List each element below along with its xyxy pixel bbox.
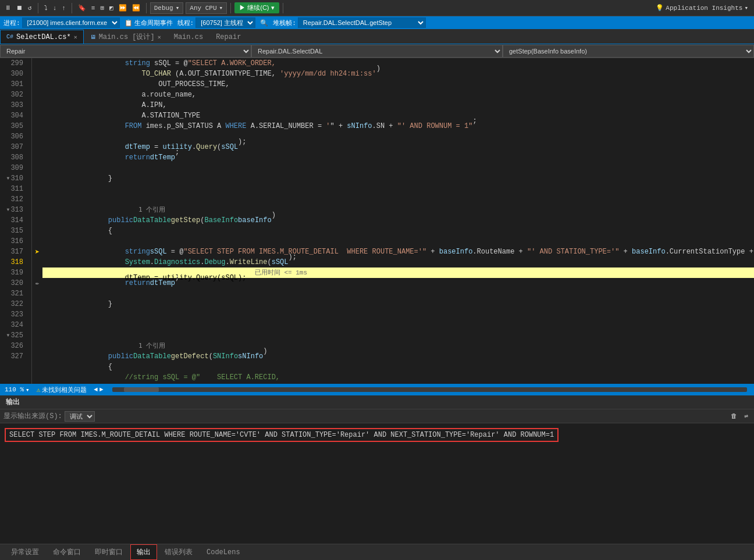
pencil-indicator: ✏ (32, 278, 42, 288)
left-arrow[interactable]: ◄ (94, 386, 98, 393)
tab-main-design[interactable]: 🖥 Main.cs [设计] ✕ (84, 30, 168, 44)
zoom-value: 110 % (5, 386, 24, 393)
tab-repair[interactable]: Repair (209, 30, 247, 44)
misc-btn1[interactable]: ≡ (89, 3, 98, 13)
code-line-324 (42, 330, 754, 341)
line-312: 312 (0, 194, 27, 205)
misc-btn4[interactable]: ⏩ (116, 3, 129, 13)
meta-line-313: 1 个引用 (42, 205, 754, 215)
code-line-316: string sSQL = @"SELECT STEP FROM IMES.M_… (42, 247, 754, 257)
scroll-arrows-item[interactable]: ◄ ► (94, 386, 103, 393)
lightbulb-icon: 💡 (656, 4, 664, 12)
step-out-btn[interactable]: ↑ (59, 3, 68, 13)
continue-button[interactable]: ▶ 继续(C) ▾ (234, 2, 279, 13)
code-line-307: dtTemp = utility.Query(sSQL); (42, 142, 754, 152)
tab-label-repair: Repair (216, 33, 241, 41)
misc-btn2[interactable]: ⊞ (98, 3, 106, 13)
code-line-314: { (42, 226, 754, 236)
line-319: 319 (0, 267, 27, 278)
output-title: 输出 (6, 397, 20, 407)
method-dropdown[interactable]: getStep(BaseInfo baseInfo) (503, 45, 754, 58)
misc-btn5[interactable]: ⏪ (130, 3, 143, 13)
line-314: 314 (0, 215, 27, 226)
tab-close-selectdal[interactable]: ✕ (74, 34, 77, 41)
misc-btn3[interactable]: ◩ (107, 3, 116, 13)
thread-dropdown[interactable]: [60752] 主线程 (195, 17, 255, 28)
h-scroll-thumb[interactable] (124, 387, 159, 392)
debug-arrow: ▾ (176, 4, 180, 12)
code-line-320 (42, 288, 754, 299)
line-301: 301 (0, 79, 27, 90)
right-arrow[interactable]: ► (99, 386, 104, 393)
toolbar-nav-group: ⤵ ↓ ↑ (42, 3, 68, 13)
step-into-btn[interactable]: ↓ (51, 3, 59, 13)
tab-exception-settings[interactable]: 异常设置 (5, 544, 45, 560)
stack-label: 堆栈帧: (273, 19, 296, 27)
code-line-325: public DataTable getDefect(SNInfo sNInfo… (42, 351, 754, 362)
warning-text: 未找到相关问题 (42, 386, 87, 394)
filter-icon: 🔍 (260, 19, 268, 27)
line-310: ▼310 (0, 173, 27, 184)
class-dropdown[interactable]: Repair (0, 45, 251, 58)
code-line-299: string sSQL = @"SELECT A.WORK_ORDER, (42, 58, 754, 69)
cpu-arrow: ▾ (219, 4, 223, 12)
bottom-tabs: 异常设置 命令窗口 即时窗口 输出 错误列表 CodeLens (0, 544, 754, 560)
line-317: 317 (0, 247, 27, 257)
toolbar-left-group: ⏸ ⏹ ↺ (2, 3, 34, 13)
cpu-dropdown[interactable]: Any CPU ▾ (186, 2, 227, 14)
tab-output[interactable]: 输出 (130, 544, 157, 560)
zoom-control[interactable]: 110 % ▾ (5, 386, 30, 394)
tab-bar: C# SelectDAL.cs* ✕ 🖥 Main.cs [设计] ✕ Main… (0, 29, 754, 44)
tab-close-main-design[interactable]: ✕ (158, 34, 161, 41)
filter-item: 🔍 (260, 19, 268, 27)
namespace-dropdown[interactable]: Repair.DAL.SelectDAL (251, 45, 503, 58)
line-300: 300 (0, 69, 27, 79)
output-content: SELECT STEP FROM IMES.M_ROUTE_DETAIL WHE… (0, 423, 754, 458)
line-308: 308 (0, 152, 27, 163)
debug-config-dropdown[interactable]: Debug ▾ (150, 2, 184, 14)
sql-text: SELECT STEP FROM IMES.M_ROUTE_DETAIL WHE… (5, 428, 559, 442)
output-toolbar: 显示输出来源(S): 调试 🗑 ⇌ (0, 409, 754, 423)
code-line-310: } (42, 173, 754, 184)
zoom-arrow: ▾ (26, 386, 30, 394)
lifecycle-item: 📋 生命周期事件 (125, 19, 173, 27)
code-line-304: A.STATION_TYPE (42, 110, 754, 121)
h-scrollbar[interactable] (112, 387, 747, 392)
restart-btn[interactable]: ↺ (26, 3, 34, 13)
process-label: 进程: (3, 19, 20, 27)
process-dropdown[interactable]: [21000] imes.client.form.exe (22, 17, 120, 28)
tab-command-window[interactable]: 命令窗口 (47, 544, 87, 560)
code-area[interactable]: string sSQL = @"SELECT A.WORK_ORDER, TO_… (42, 58, 754, 384)
pause-btn[interactable]: ⏸ (2, 3, 13, 13)
code-line-315 (42, 236, 754, 247)
meta-line-325: 1 个引用 (42, 341, 754, 351)
app-insights-arrow: ▾ (744, 4, 748, 12)
tab-immediate-window[interactable]: 即时窗口 (88, 544, 129, 560)
code-line-312 (42, 194, 754, 205)
sep3 (146, 3, 147, 13)
tab-codelens[interactable]: CodeLens (200, 545, 247, 559)
output-clear-btn[interactable]: 🗑 (728, 411, 739, 421)
stack-dropdown[interactable]: Repair.DAL.SelectDAL.getStep (298, 17, 426, 28)
line-320: 320 (0, 278, 27, 288)
toolbar-misc: 🔖 ≡ ⊞ ◩ ⏩ ⏪ (76, 3, 143, 13)
thread-item: 线程: [60752] 主线程 (177, 17, 256, 28)
line-303: 303 (0, 100, 27, 110)
app-insights-button[interactable]: 💡 Application Insights ▾ (652, 3, 752, 13)
output-source-dropdown[interactable]: 调试 (65, 411, 95, 422)
app-insights-label: Application Insights (666, 5, 742, 12)
bookmark-btn[interactable]: 🔖 (76, 3, 88, 13)
tab-error-list[interactable]: 错误列表 (158, 544, 199, 560)
line-325: ▼325 (0, 330, 27, 341)
line-302: 302 (0, 90, 27, 100)
empty-space (0, 458, 754, 528)
output-wrap-btn[interactable]: ⇌ (742, 411, 751, 421)
main-toolbar: ⏸ ⏹ ↺ ⤵ ↓ ↑ 🔖 ≡ ⊞ ◩ ⏩ ⏪ Debug ▾ Any CPU … (0, 0, 754, 16)
line-309: 309 (0, 163, 27, 173)
tab-main[interactable]: Main.cs (168, 30, 209, 44)
stop-btn[interactable]: ⏹ (14, 3, 25, 13)
tab-selectdal[interactable]: C# SelectDAL.cs* ✕ (0, 30, 84, 44)
step-over-btn[interactable]: ⤵ (42, 3, 50, 13)
debug-label: Debug (154, 5, 173, 12)
line-307: 307 (0, 142, 27, 152)
